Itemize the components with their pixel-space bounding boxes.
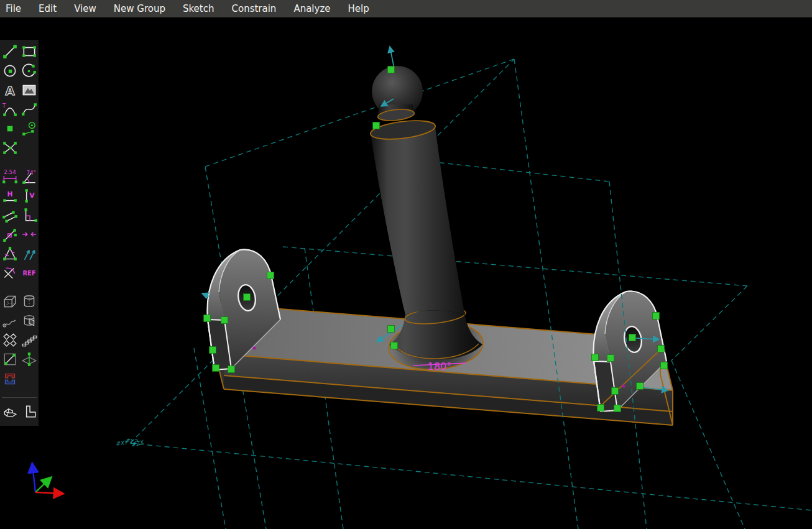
tool-tangent-arc[interactable]: T	[0, 99, 19, 119]
group-tools-section	[0, 292, 39, 388]
parallel-constraint-icon	[2, 207, 18, 223]
svg-text:A: A	[5, 83, 14, 98]
tool-image[interactable]	[19, 80, 39, 99]
tool-same-orientation-constraint[interactable]	[19, 244, 39, 263]
menu-bar: File Edit View New Group Sketch Constrai…	[0, 0, 812, 17]
tool-lathe[interactable]	[19, 292, 39, 311]
menu-help[interactable]: Help	[339, 0, 377, 17]
svg-text:74°: 74°	[26, 169, 35, 175]
rotate-group-icon	[2, 332, 18, 348]
other-angle-constraint-icon	[2, 265, 18, 281]
equal-constraint-icon	[2, 246, 18, 262]
menu-constrain[interactable]: Constrain	[223, 0, 285, 17]
constraint-tools-section: 2.54 74° H V	[0, 167, 39, 282]
line-tool-icon	[2, 44, 18, 60]
tool-link-assemble[interactable]	[0, 369, 19, 388]
tool-other-angle-constraint[interactable]	[0, 263, 19, 282]
tool-perpendicular-constraint[interactable]	[19, 205, 39, 224]
toolbar-divider	[2, 397, 37, 398]
tool-line-segment[interactable]	[0, 42, 19, 61]
tool-nearest-ortho-view[interactable]	[19, 402, 39, 421]
reference-dimension-icon: REF	[21, 265, 37, 281]
tool-split-curves[interactable]	[0, 138, 19, 157]
view-tools-section	[0, 402, 39, 421]
tool-symmetric-constraint[interactable]	[19, 224, 39, 244]
tool-new-sketch[interactable]	[0, 349, 19, 369]
horizontal-constraint-icon: H	[2, 188, 18, 204]
tool-text[interactable]: A	[0, 80, 19, 99]
distance-constraint-icon: 2.54	[2, 168, 18, 185]
tool-point-on-line-constraint[interactable]	[0, 224, 19, 244]
plane-label-cluster: #XY #YZ #ZX	[115, 437, 145, 448]
menu-sketch[interactable]: Sketch	[174, 0, 223, 17]
nearest-iso-view-icon	[2, 403, 18, 420]
svg-text:2.54: 2.54	[4, 168, 16, 175]
menu-file[interactable]: File	[0, 0, 30, 17]
axis-triad	[32, 464, 62, 494]
extrude-group-icon	[2, 293, 18, 310]
translate-group-icon	[21, 332, 37, 348]
tool-distance-dimension[interactable]: 2.54	[0, 167, 19, 186]
construction-point[interactable]	[252, 346, 256, 349]
same-orientation-constraint-icon	[21, 246, 37, 262]
angle-constraint-icon: 74°	[21, 168, 37, 185]
z-axis-arrow	[32, 464, 35, 492]
tool-construction[interactable]	[19, 119, 39, 138]
point-on-line-constraint-icon	[2, 226, 18, 242]
svg-text:T: T	[2, 102, 6, 108]
tangent-arc-tool-icon: T	[2, 101, 18, 117]
construction-point[interactable]	[622, 384, 625, 387]
sketch-tools-section: A T	[0, 42, 39, 157]
symmetric-constraint-icon	[21, 226, 37, 242]
tool-rotate[interactable]	[0, 330, 19, 349]
tool-vertical-constraint[interactable]: V	[19, 186, 39, 205]
perpendicular-constraint-icon	[21, 207, 37, 223]
new-sketch-icon	[2, 351, 18, 367]
tool-reference-dimension[interactable]: REF	[19, 263, 39, 282]
tool-arc[interactable]	[19, 61, 39, 80]
tool-extrude[interactable]	[0, 292, 19, 311]
svg-text:H: H	[7, 190, 12, 198]
arc-tool-icon	[21, 63, 37, 79]
bezier-tool-icon	[21, 101, 37, 117]
tool-parallel-constraint[interactable]	[0, 205, 19, 224]
tool-angle-dimension[interactable]: 74°	[19, 167, 39, 186]
3d-viewport[interactable]: #XY #YZ #ZX	[0, 0, 812, 529]
tool-palette: A T	[0, 40, 39, 426]
tool-revolve[interactable]	[19, 311, 39, 330]
tool-datum-point[interactable]	[0, 119, 19, 138]
split-curves-tool-icon	[2, 140, 18, 156]
tool-translate[interactable]	[19, 330, 39, 349]
lathe-group-icon	[21, 293, 37, 310]
rectangle-tool-icon	[21, 44, 37, 60]
tool-sketch-in-3d[interactable]	[19, 349, 39, 369]
revolve-group-icon	[21, 313, 37, 329]
link-group-icon	[2, 370, 18, 387]
tool-rectangle[interactable]	[19, 42, 39, 61]
tool-nearest-iso-view[interactable]	[0, 402, 19, 421]
svg-text:V: V	[29, 191, 35, 200]
construction-tool-icon	[21, 121, 37, 137]
circle-tool-icon	[2, 63, 18, 79]
svg-text:180°: 180°	[428, 361, 452, 372]
menu-view[interactable]: View	[65, 0, 105, 17]
text-tool-icon: A	[2, 82, 18, 98]
svg-text:REF: REF	[22, 270, 35, 277]
tool-helix[interactable]	[0, 311, 19, 330]
image-tool-icon	[21, 82, 37, 98]
helix-group-icon	[2, 313, 18, 329]
menu-new-group[interactable]: New Group	[105, 0, 174, 17]
tool-circle[interactable]	[0, 61, 19, 80]
tool-bezier[interactable]	[19, 99, 39, 119]
post-shaft	[371, 124, 465, 316]
nearest-ortho-view-icon	[21, 403, 37, 420]
x-axis-arrow	[35, 492, 62, 494]
sketch-in-3d-icon	[21, 351, 37, 367]
vertical-constraint-icon: V	[21, 188, 37, 204]
tool-equal-constraint[interactable]	[0, 244, 19, 263]
menu-analyze[interactable]: Analyze	[285, 0, 339, 17]
datum-point-tool-icon	[2, 121, 18, 137]
menu-edit[interactable]: Edit	[30, 0, 65, 17]
y-axis-arrow	[35, 478, 50, 492]
tool-horizontal-constraint[interactable]: H	[0, 186, 19, 205]
